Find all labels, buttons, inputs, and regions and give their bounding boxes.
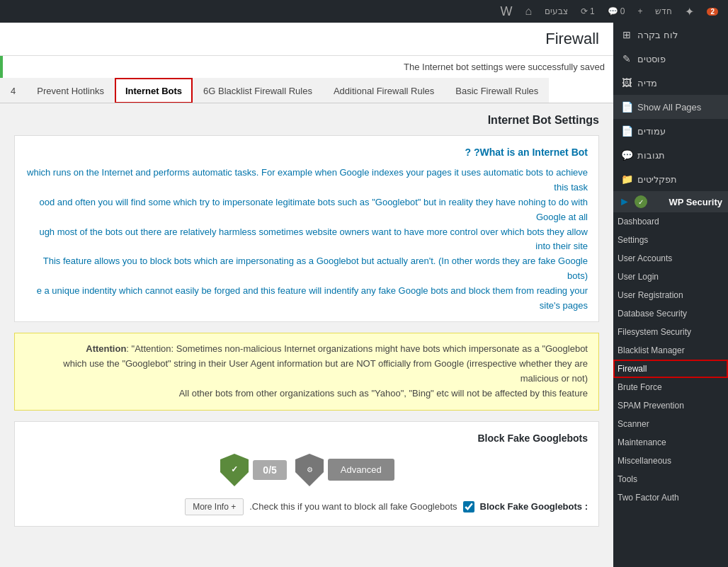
comments-count: 0 — [620, 6, 625, 16]
new-item[interactable]: חדש — [651, 0, 676, 23]
info-line-2: ugh most of the bots out there are relat… — [25, 225, 588, 255]
add-item[interactable]: + — [633, 0, 647, 23]
sidebar-spam-prevention[interactable]: SPAM Prevention — [613, 396, 728, 415]
sidebar-user-login[interactable]: User Login — [613, 268, 728, 286]
main-layout: Firewall The Internet bot settings were … — [0, 23, 728, 567]
updates-count: 1 — [590, 6, 595, 16]
refresh-icon: ⟳ — [581, 6, 588, 16]
tab-additional-firewall[interactable]: Additional Firewall Rules — [323, 78, 445, 103]
plugins-icon: 📁 — [620, 173, 633, 185]
warning-line-1: which use the "Googlebot" string in thei… — [25, 357, 588, 386]
media-icon: 🖼 — [620, 76, 633, 89]
score-area: ✓ 0/5 ⚙ Advanced — [25, 452, 588, 488]
wp-icon-item[interactable]: ✦ — [681, 0, 698, 23]
wp-logo-item[interactable]: W — [496, 0, 516, 23]
sidebar-brute-force[interactable]: Brute Force — [613, 378, 728, 396]
info-heading-text: What is an Internet Bot? — [474, 147, 588, 158]
updates-badge: 2 — [707, 8, 718, 16]
svg-text:✓: ✓ — [231, 464, 238, 474]
checkbox-desc: .Check this if you want to block all fak… — [249, 501, 457, 512]
sidebar-item-plugins[interactable]: תפקליטים 📁 — [613, 167, 728, 191]
posts-label: פוסטים — [637, 54, 666, 64]
sidebar-item-comments[interactable]: תגובות 💬 — [613, 143, 728, 167]
more-info-button[interactable]: More Info + — [185, 498, 244, 515]
colors-label: צבעים — [545, 6, 568, 16]
updates-item[interactable]: 2 — [703, 0, 722, 23]
sidebar-miscellaneous[interactable]: Miscellaneous — [613, 452, 728, 470]
wp-security-shield-icon: ✓ — [635, 195, 647, 208]
info-heading: What is an Internet Bot? ? — [25, 144, 588, 160]
section-title: Internet Bot Settings — [14, 114, 599, 127]
posts-icon: ✎ — [620, 52, 633, 65]
home-icon: ⌂ — [525, 5, 532, 18]
sidebar-firewall[interactable]: Firewall — [613, 360, 728, 378]
tab-4[interactable]: 4 — [0, 78, 26, 103]
sidebar-blacklist-manager[interactable]: Blacklist Manager — [613, 341, 728, 360]
sidebar-user-registration[interactable]: User Registration — [613, 286, 728, 304]
wp-security-header[interactable]: WP Security ✓ ► — [613, 191, 728, 212]
content-area: Firewall The Internet bot settings were … — [0, 23, 613, 567]
dashboard-label: לוח בקרה — [637, 30, 678, 40]
info-line-3: This feature allows you to block bots wh… — [25, 254, 588, 284]
dashboard-icon: ⊞ — [620, 28, 633, 41]
admin-bar: W ⌂ צבעים ⟳ 1 💬 0 + חדש ✦ 2 — [0, 0, 728, 23]
sidebar-database-security[interactable]: Database Security — [613, 304, 728, 323]
sidebar-item-media[interactable]: מדיה 🖼 — [613, 71, 728, 95]
wp-icon: ✦ — [685, 5, 694, 18]
warning-line-2: All other bots from other organizations … — [25, 386, 588, 401]
info-line-4: e a unique indentity which cannot easily… — [25, 284, 588, 314]
score-text: 0/5 — [253, 460, 286, 480]
new-label: חדש — [655, 6, 672, 16]
score-badge: ✓ 0/5 — [219, 452, 286, 488]
sidebar-tools[interactable]: Tools — [613, 470, 728, 488]
sidebar-scanner[interactable]: Scanner — [613, 415, 728, 433]
wp-security-label: WP Security — [652, 197, 722, 207]
columns-label: עמודים — [637, 126, 666, 137]
comments-sidebar-icon: 💬 — [620, 149, 633, 161]
plugins-label: תפקליטים — [637, 174, 677, 185]
comments-item[interactable]: 💬 0 — [603, 0, 630, 23]
success-message: The Internet bot settings were successfu… — [404, 62, 605, 72]
columns-icon: 📄 — [620, 125, 633, 137]
sidebar-item-dashboard-wp[interactable]: לוח בקרה ⊞ — [613, 23, 728, 47]
sidebar-user-accounts[interactable]: User Accounts — [613, 249, 728, 268]
colors-item[interactable]: צבעים — [540, 0, 572, 23]
comments-sidebar-label: תגובות — [637, 150, 665, 161]
tab-6g-blacklist[interactable]: 6G Blacklist Firewall Rules — [193, 78, 323, 103]
sidebar-filesystem-security[interactable]: Filesystem Security — [613, 323, 728, 341]
sidebar-item-show-all-pages[interactable]: Show All Pages 📄 — [613, 95, 728, 119]
block-googlebots-checkbox[interactable] — [463, 501, 474, 512]
sidebar: לוח בקרה ⊞ פוסטים ✎ מדיה 🖼 Show All Page… — [613, 23, 728, 567]
media-label: מדיה — [637, 78, 657, 88]
tab-internet-bots[interactable]: Internet Bots — [115, 78, 193, 103]
tabs-bar: 4 Prevent Hotlinks Internet Bots 6G Blac… — [0, 78, 613, 103]
checkbox-label: Block Fake Googlebots : — [480, 501, 588, 512]
page-header: Firewall — [0, 23, 613, 56]
warning-box: Attention: "Attention: Sometimes non-mal… — [14, 333, 599, 410]
green-shield-icon: ✓ — [219, 452, 250, 488]
sidebar-dashboard[interactable]: Dashboard — [613, 212, 728, 231]
settings-block-title: Block Fake Googlebots — [25, 433, 588, 444]
home-item[interactable]: ⌂ — [521, 0, 536, 23]
sidebar-two-factor-auth[interactable]: Two Factor Auth — [613, 488, 728, 507]
warning-line-0: Attention: "Attention: Sometimes non-mal… — [25, 342, 588, 357]
sidebar-maintenance[interactable]: Maintenance — [613, 433, 728, 452]
advanced-badge: ⚙ Advanced — [294, 452, 394, 488]
success-notice: The Internet bot settings were successfu… — [0, 56, 613, 78]
checkbox-row: More Info + .Check this if you want to b… — [25, 498, 588, 515]
add-icon: + — [637, 6, 642, 16]
sidebar-item-columns[interactable]: עמודים 📄 — [613, 119, 728, 143]
comments-icon: 💬 — [608, 6, 618, 16]
settings-block: Block Fake Googlebots ✓ 0/5 ⚙ — [14, 421, 599, 527]
tab-basic-firewall[interactable]: Basic Firewall Rules — [445, 78, 549, 103]
sidebar-item-posts[interactable]: פוסטים ✎ — [613, 47, 728, 71]
sidebar-settings[interactable]: Settings — [613, 231, 728, 249]
grey-shield-icon: ⚙ — [294, 452, 325, 488]
info-line-1: ood and often you will find some which t… — [25, 195, 588, 225]
show-all-pages-label: Show All Pages — [637, 102, 701, 113]
refresh-item[interactable]: ⟳ 1 — [576, 0, 599, 23]
pages-icon: 📄 — [620, 101, 633, 113]
sidebar-arrow-indicator: ► — [619, 195, 630, 208]
tab-prevent-hotlinks[interactable]: Prevent Hotlinks — [26, 78, 115, 103]
advanced-button[interactable]: Advanced — [328, 459, 394, 481]
